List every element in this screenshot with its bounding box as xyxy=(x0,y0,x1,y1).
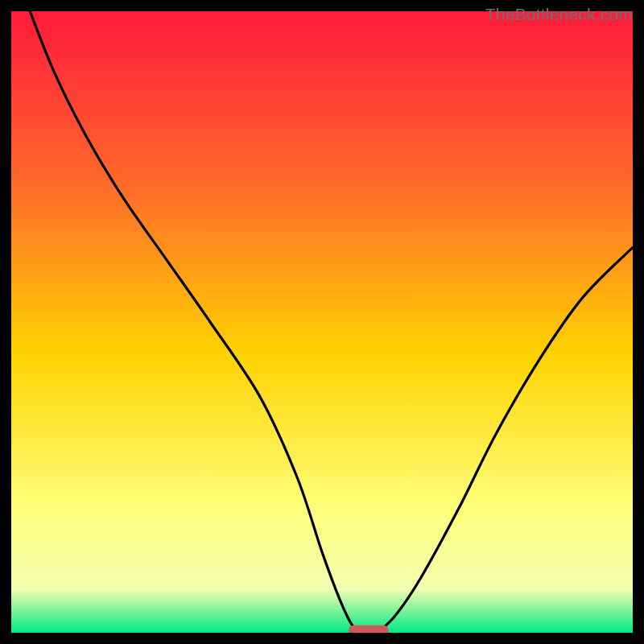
gradient-background xyxy=(11,11,633,633)
minimum-marker xyxy=(349,625,388,633)
bottleneck-chart xyxy=(11,11,633,633)
